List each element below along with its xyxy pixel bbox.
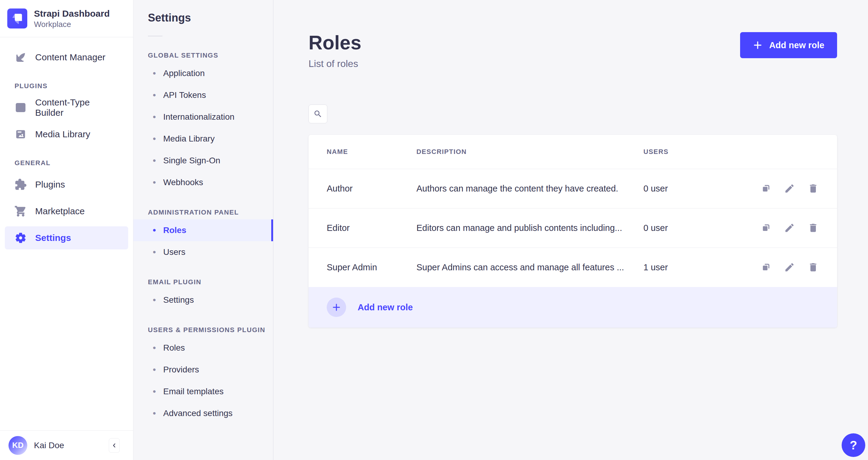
user-name: Kai Doe: [34, 440, 64, 450]
subnav-item-label: Roles: [163, 225, 186, 235]
role-name: Editor: [327, 223, 416, 233]
subnav-item-single-sign-on[interactable]: Single Sign-On: [133, 150, 273, 172]
cart-icon: [14, 205, 27, 217]
row-actions: [734, 222, 819, 234]
sidebar-item-media-library[interactable]: Media Library: [5, 123, 128, 146]
sidebar-item-label: Content Manager: [35, 52, 105, 62]
add-new-role-footer-label: Add new role: [358, 302, 413, 312]
role-name: Super Admin: [327, 263, 416, 272]
subnav-item-label: Media Library: [163, 134, 215, 144]
subnav-divider: [148, 36, 162, 36]
help-button[interactable]: ?: [842, 433, 865, 457]
duplicate-role-button[interactable]: [760, 183, 772, 194]
pencil-icon: [784, 183, 795, 194]
subnav-item-users[interactable]: Users: [133, 241, 273, 263]
collapse-sidebar-button[interactable]: [109, 438, 120, 453]
sidebar-item-label: Settings: [35, 233, 71, 243]
sidebar-footer: KD Kai Doe: [0, 430, 133, 460]
search-icon: [313, 110, 322, 119]
delete-role-button[interactable]: [807, 262, 819, 273]
role-description: Super Admins can access and manage all f…: [416, 263, 644, 272]
page-title: Roles: [309, 32, 361, 53]
pencil-icon: [784, 222, 795, 233]
delete-role-button[interactable]: [807, 222, 819, 234]
table-row-editor[interactable]: Editor Editors can manage and publish co…: [309, 208, 837, 248]
duplicate-icon: [761, 222, 771, 233]
gear-icon: [14, 232, 27, 244]
subnav-item-label: Single Sign-On: [163, 156, 220, 165]
subnav-item-email-templates[interactable]: Email templates: [133, 380, 273, 402]
layout-icon: [14, 101, 27, 114]
subnav-item-email-settings[interactable]: Settings: [133, 289, 273, 311]
table-header-row: NAME DESCRIPTION USERS: [309, 135, 837, 169]
subnav-item-application[interactable]: Application: [133, 62, 273, 84]
table-toolbar: [309, 104, 837, 123]
edit-role-button[interactable]: [784, 222, 795, 234]
workspace-titles: Strapi Dashboard Workplace: [34, 8, 110, 29]
subnav-item-label: Application: [163, 68, 205, 78]
subnav-item-media-library[interactable]: Media Library: [133, 128, 273, 150]
subnav-item-label: Users: [163, 247, 185, 257]
user-avatar[interactable]: KD: [8, 436, 27, 455]
edit-role-button[interactable]: [784, 262, 795, 273]
subnav-group-users-permissions-plugin: USERS & PERMISSIONS PLUGIN: [133, 326, 273, 334]
sidebar-item-marketplace[interactable]: Marketplace: [5, 200, 128, 223]
sidebar-section-general: GENERAL: [14, 159, 128, 167]
trash-icon: [808, 183, 818, 194]
role-description: Authors can manage the content they have…: [416, 184, 644, 194]
table-row-author[interactable]: Author Authors can manage the content th…: [309, 169, 837, 208]
subnav-item-advanced-settings[interactable]: Advanced settings: [133, 402, 273, 424]
table-row-super-admin[interactable]: Super Admin Super Admins can access and …: [309, 248, 837, 287]
pencil-icon: [784, 262, 795, 273]
plus-icon: [753, 40, 763, 50]
subnav-item-roles-up[interactable]: Roles: [133, 337, 273, 359]
subnav-item-label: Settings: [163, 295, 194, 305]
subnav-item-label: API Tokens: [163, 90, 206, 100]
delete-role-button[interactable]: [807, 183, 819, 194]
duplicate-role-button[interactable]: [760, 262, 772, 273]
settings-subnav: Settings GLOBAL SETTINGS Application API…: [133, 0, 273, 460]
sidebar-item-settings[interactable]: Settings: [5, 226, 128, 249]
page-titles: Roles List of roles: [309, 32, 361, 69]
roles-table: NAME DESCRIPTION USERS Author Authors ca…: [309, 135, 837, 328]
workspace-header[interactable]: Strapi Dashboard Workplace: [0, 0, 133, 37]
subnav-item-label: Internationalization: [163, 112, 235, 122]
page-subtitle: List of roles: [309, 58, 361, 69]
subnav-item-label: Roles: [163, 343, 185, 353]
column-header-users: USERS: [644, 148, 734, 156]
row-actions: [734, 183, 819, 194]
add-new-role-button[interactable]: Add new role: [740, 32, 837, 58]
role-users-count: 0 user: [644, 223, 734, 233]
duplicate-icon: [761, 183, 771, 194]
page-header: Roles List of roles Add new role: [309, 0, 837, 69]
subnav-item-roles-admin[interactable]: Roles: [133, 219, 273, 241]
strapi-logo-icon: [7, 8, 27, 29]
add-new-role-label: Add new role: [769, 40, 824, 50]
main-sidebar: Strapi Dashboard Workplace Content Manag…: [0, 0, 133, 460]
sidebar-item-label: Content-Type Builder: [35, 97, 119, 118]
sidebar-item-label: Media Library: [35, 129, 90, 140]
sidebar-item-content-type-builder[interactable]: Content-Type Builder: [5, 96, 128, 119]
subnav-group-email-plugin: EMAIL PLUGIN: [133, 278, 273, 286]
main-content: Roles List of roles Add new role NAME DE…: [273, 0, 868, 460]
subnav-title: Settings: [133, 11, 273, 24]
subnav-group-global-settings: GLOBAL SETTINGS: [133, 52, 273, 59]
sidebar-item-content-manager[interactable]: Content Manager: [5, 46, 128, 69]
subnav-item-internationalization[interactable]: Internationalization: [133, 106, 273, 128]
edit-role-button[interactable]: [784, 183, 795, 194]
sidebar-section-plugins: PLUGINS: [14, 82, 128, 90]
workspace-name: Workplace: [34, 20, 110, 29]
trash-icon: [808, 262, 818, 273]
sidebar-item-label: Plugins: [35, 179, 65, 190]
sidebar-nav: Content Manager PLUGINS Content-Type Bui…: [0, 37, 133, 430]
subnav-item-label: Advanced settings: [163, 408, 233, 418]
column-header-name: NAME: [327, 148, 416, 156]
add-new-role-footer[interactable]: Add new role: [309, 287, 837, 328]
subnav-item-api-tokens[interactable]: API Tokens: [133, 84, 273, 106]
duplicate-role-button[interactable]: [760, 222, 772, 234]
subnav-item-providers[interactable]: Providers: [133, 359, 273, 380]
search-button[interactable]: [309, 104, 327, 123]
subnav-item-webhooks[interactable]: Webhooks: [133, 172, 273, 193]
sidebar-item-plugins[interactable]: Plugins: [5, 173, 128, 196]
subnav-item-label: Webhooks: [163, 178, 204, 187]
